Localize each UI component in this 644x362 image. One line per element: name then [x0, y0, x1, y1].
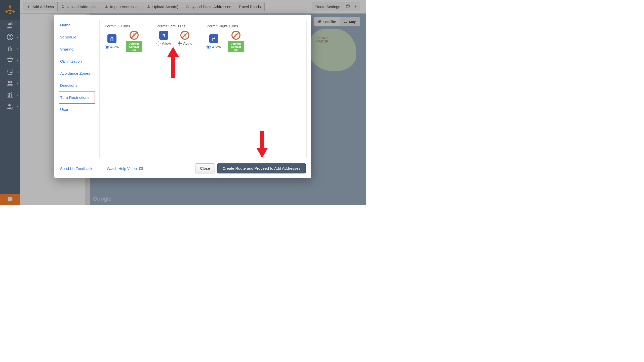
leftturn-allow-radio[interactable] — [156, 41, 160, 46]
add-address-button[interactable]: ＋Add Address — [23, 2, 58, 11]
rightturn-allow-option[interactable]: Allow — [207, 34, 221, 49]
map-icon — [343, 19, 347, 24]
import-addresses-label: Import Addresses — [110, 5, 140, 9]
modal-nav-directions[interactable]: Directions — [59, 79, 95, 92]
map-landmass — [308, 29, 356, 71]
send-feedback-link[interactable]: Send Us Feedback — [60, 166, 92, 171]
rightturn-upgrade-badge[interactable]: UpgradeContact Us — [228, 41, 244, 52]
map-toggle[interactable]: Map — [340, 17, 360, 26]
map-region-label: DLANDRADOR — [316, 36, 329, 43]
no-leftturn-icon — [180, 31, 189, 40]
nav-account-icon[interactable]: ▸ — [0, 101, 20, 112]
upload-addresses-label: Upload Addresses — [67, 5, 97, 9]
copy-paste-label: Copy and Paste Addresses — [186, 5, 231, 9]
route-settings-label: Route Settings — [315, 5, 340, 9]
permit-rightturns-title: Permit Right-Turns — [207, 24, 244, 28]
leftturn-avoid-label: Avoid — [183, 41, 192, 46]
nav-routes-icon[interactable]: ▸ — [0, 43, 20, 54]
footer-links: Send Us Feedback Watch Help Video▶ — [60, 166, 143, 171]
leftturn-sign-icon — [159, 31, 168, 40]
rightturn-sign-icon — [209, 34, 218, 43]
nav-team-icon[interactable]: ▸ — [0, 77, 20, 89]
plus-icon: ＋ — [27, 4, 30, 9]
upload-scans-label: Upload Scan(s) — [152, 5, 178, 9]
modal-content-panel: Permit U-Turns Allow UpgradeContact Us — [99, 19, 307, 158]
travel-roads-label: Travel Roads — [238, 5, 261, 9]
map-label: Map — [349, 20, 356, 24]
nav-chat-icon[interactable] — [0, 194, 20, 205]
svg-point-9 — [10, 72, 12, 73]
satellite-toggle[interactable]: Satellite — [314, 17, 340, 26]
left-nav: ▸ ▸ ▸ ▸ ▸ ▸ ▸ — [0, 0, 20, 205]
uturn-allow-label: Allow — [110, 45, 119, 49]
video-icon: ▶ — [139, 167, 143, 170]
upload-scans-button[interactable]: Upload Scan(s) — [143, 2, 182, 11]
create-route-button[interactable]: Create Route and Proceed to Add Addresse… — [217, 163, 306, 173]
permit-leftturns-group: Permit Left-Turns Allow Avoid — [156, 24, 192, 46]
nav-orders-icon[interactable]: ▸ — [0, 54, 20, 66]
rightturn-allow-label: Allow — [212, 45, 221, 49]
nav-addressbook-icon[interactable]: ▸ — [0, 66, 20, 77]
leftturn-allow-option[interactable]: Allow — [156, 31, 171, 46]
modal-nav-name[interactable]: Name — [59, 19, 95, 31]
uturn-avoid-option[interactable]: UpgradeContact Us — [126, 31, 142, 52]
leftturn-avoid-option[interactable]: Avoid — [178, 31, 192, 46]
leftturn-allow-label: Allow — [162, 41, 171, 46]
close-button[interactable]: Close — [195, 163, 215, 173]
svg-point-11 — [10, 81, 12, 83]
import-addresses-button[interactable]: Import Addresses — [101, 2, 143, 11]
watch-video-link[interactable]: Watch Help Video▶ — [107, 166, 143, 171]
scan-icon — [147, 5, 150, 9]
satellite-label: Satellite — [323, 20, 336, 24]
app-logo[interactable] — [0, 0, 20, 20]
uturn-allow-radio[interactable] — [105, 45, 109, 49]
rightturn-avoid-option[interactable]: UpgradeContact Us — [228, 31, 244, 52]
nav-analytics-icon[interactable]: ▸ — [0, 89, 20, 101]
modal-footer: Send Us Feedback Watch Help Video▶ Close… — [54, 161, 311, 178]
import-icon — [105, 5, 108, 9]
rightturn-allow-radio[interactable] — [207, 45, 211, 49]
leftturn-avoid-radio[interactable] — [178, 41, 182, 46]
add-address-label: Add Address — [32, 5, 54, 9]
modal-nav-avoidance[interactable]: Avoidance Zones — [59, 67, 95, 79]
modal-body: Name Schedule Sharing Optimization Avoid… — [54, 15, 311, 161]
svg-point-7 — [10, 38, 10, 39]
no-rightturn-icon — [231, 31, 240, 40]
svg-point-12 — [8, 104, 11, 106]
svg-point-4 — [8, 23, 11, 25]
nav-help-icon[interactable]: ▸ — [0, 31, 20, 43]
uturn-sign-icon — [107, 34, 116, 43]
modal-nav-user[interactable]: User — [59, 104, 95, 116]
svg-rect-8 — [8, 69, 12, 74]
globe-icon — [317, 19, 321, 24]
no-uturn-icon — [130, 31, 139, 40]
help-circle-icon — [346, 4, 350, 9]
permit-uturns-title: Permit U-Turns — [105, 24, 142, 28]
modal-nav-turn-restrictions[interactable]: Turn Restrictions — [59, 92, 95, 104]
permit-uturns-group: Permit U-Turns Allow UpgradeContact Us — [105, 24, 142, 52]
toolbar-main-group: ＋Add Address Upload Addresses Import Add… — [23, 2, 265, 11]
watch-video-label: Watch Help Video — [107, 166, 137, 171]
uturn-upgrade-badge[interactable]: UpgradeContact Us — [126, 41, 142, 52]
modal-nav-schedule[interactable]: Schedule — [59, 31, 95, 43]
travel-roads-button[interactable]: Travel Roads — [235, 2, 264, 11]
route-settings-button[interactable]: Route Settings — [312, 2, 344, 11]
svg-point-10 — [8, 81, 10, 83]
upload-addresses-button[interactable]: Upload Addresses — [58, 2, 101, 11]
svg-marker-3 — [9, 13, 11, 15]
modal-nav-optimization[interactable]: Optimization — [59, 55, 95, 67]
modal-nav-sharing[interactable]: Sharing — [59, 43, 95, 55]
nav-add-user-icon[interactable] — [0, 20, 20, 31]
upload-icon — [61, 5, 65, 9]
toolbar-bolt-button[interactable] — [352, 2, 360, 11]
uturn-allow-option[interactable]: Allow — [105, 34, 119, 49]
route-settings-modal: Name Schedule Sharing Optimization Avoid… — [54, 15, 311, 178]
toolbar-help-button[interactable] — [344, 2, 352, 11]
bolt-icon — [354, 4, 358, 9]
copy-paste-button[interactable]: Copy and Paste Addresses — [182, 2, 235, 11]
footer-actions: Close Create Route and Proceed to Add Ad… — [195, 163, 306, 173]
app-root: ▸ ▸ ▸ ▸ ▸ ▸ ▸ ＋Add Address Upload Addres… — [0, 0, 366, 205]
permit-rightturns-group: Permit Right-Turns Allow UpgradeContact … — [207, 24, 244, 52]
modal-nav: Name Schedule Sharing Optimization Avoid… — [59, 19, 95, 158]
svg-point-15 — [348, 7, 348, 7]
